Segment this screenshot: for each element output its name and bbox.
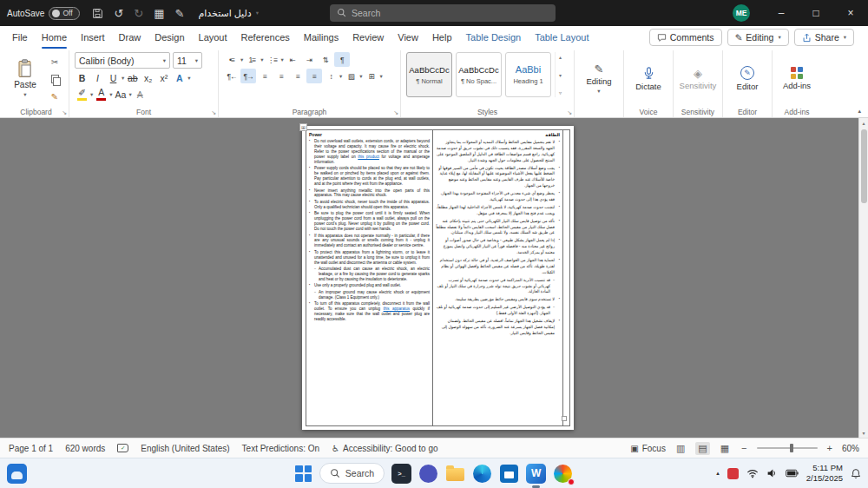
battery-icon[interactable]: [786, 469, 799, 478]
tab-review[interactable]: Review: [345, 26, 391, 49]
text-predictions[interactable]: Text Predictions: On: [242, 444, 319, 453]
styles-more-icon[interactable]: ▿: [559, 89, 562, 96]
editing-button[interactable]: ✎ Editing ▾: [580, 52, 618, 105]
accessibility-status[interactable]: ♿ Accessibility: Good to go: [332, 444, 437, 453]
text-effects-button[interactable]: A: [172, 70, 187, 85]
font-name-combo[interactable]: Calibri (Body) ▾: [75, 52, 170, 69]
autosave-toggle[interactable]: Off: [49, 7, 80, 20]
page-indicator[interactable]: Page 1 of 1: [9, 444, 53, 453]
zoom-slider[interactable]: [757, 447, 818, 449]
minimize-button[interactable]: –: [764, 0, 799, 26]
sensitivity-button[interactable]: ◈ Sensitivity: [679, 52, 717, 105]
document-canvas[interactable]: ⊞ Power Do not overload wall outlets, ex…: [0, 118, 868, 438]
hyperlink[interactable]: this apparatus: [384, 307, 411, 311]
volume-icon[interactable]: [766, 468, 778, 478]
autosave-control[interactable]: AutoSave Off: [7, 7, 80, 20]
align-right-button[interactable]: ≡: [290, 69, 306, 83]
word-count[interactable]: 620 words: [65, 444, 105, 453]
collapse-ribbon-icon[interactable]: ▴: [858, 108, 861, 115]
styles-scrollbar[interactable]: ▴ ▾ ▿: [555, 52, 562, 97]
styles-scroll-down-icon[interactable]: ▾: [559, 72, 562, 78]
pen-quick-icon[interactable]: ✎: [174, 7, 184, 20]
font-size-combo[interactable]: 11 ▾: [173, 52, 202, 69]
table-column-arabic[interactable]: الطاقة لا تقم بتحميل مقابس الحائط وأسلاك…: [433, 130, 563, 425]
table-resize-handle[interactable]: [562, 416, 567, 421]
decrease-indent-button[interactable]: ⇤: [285, 52, 300, 67]
web-layout-button[interactable]: ▦: [718, 442, 732, 455]
scrollbar-thumb[interactable]: [861, 129, 867, 203]
store-icon[interactable]: [499, 464, 519, 484]
subscript-button[interactable]: x₂: [141, 70, 155, 85]
editor-button[interactable]: ✎ Editor: [728, 52, 766, 105]
tab-mailings[interactable]: Mailings: [297, 26, 345, 49]
tab-view[interactable]: View: [391, 26, 425, 49]
widgets-icon[interactable]: [7, 464, 27, 484]
tab-references[interactable]: References: [234, 26, 297, 49]
titlebar-search[interactable]: [330, 4, 556, 22]
tab-insert[interactable]: Insert: [74, 26, 112, 49]
bold-button[interactable]: B: [75, 70, 89, 85]
tab-layout[interactable]: Layout: [192, 26, 234, 49]
editing-mode-button[interactable]: ✎ Editing ▾: [727, 29, 789, 46]
taskbar-search[interactable]: Search: [319, 463, 385, 484]
avatar[interactable]: ME: [733, 4, 750, 22]
focus-mode-button[interactable]: ▣ Focus: [630, 444, 666, 453]
strikethrough-button[interactable]: ab: [125, 70, 140, 85]
wifi-icon[interactable]: [746, 468, 759, 478]
tray-app-icon[interactable]: [727, 468, 739, 479]
bullets-button[interactable]: •≡: [224, 52, 240, 67]
shading-button[interactable]: ▧: [343, 69, 358, 83]
maximize-button[interactable]: □: [799, 0, 833, 26]
tab-home[interactable]: Home: [35, 26, 74, 49]
paste-button[interactable]: Paste ▾: [9, 52, 42, 104]
styles-dialog-launcher[interactable]: ↘: [567, 109, 572, 116]
zoom-out-button[interactable]: −: [740, 443, 748, 453]
read-mode-button[interactable]: ▥: [674, 442, 687, 455]
justify-button[interactable]: ≡: [306, 69, 322, 83]
proofing-status[interactable]: ✓: [117, 444, 128, 452]
show-formatting-marks-button[interactable]: ¶: [334, 52, 350, 67]
addins-button[interactable]: Add-ins: [778, 52, 816, 105]
close-button[interactable]: ×: [833, 0, 868, 26]
style-no-spacing[interactable]: AaBbCcDc ¶ No Spac...: [456, 52, 502, 97]
zoom-level[interactable]: 60%: [842, 444, 859, 453]
edge-icon[interactable]: [472, 464, 492, 484]
teams-icon[interactable]: [418, 464, 438, 484]
hyperlink[interactable]: this product: [358, 155, 379, 159]
styles-scroll-up-icon[interactable]: ▴: [559, 54, 562, 60]
language-indicator[interactable]: English (United States): [141, 444, 229, 453]
save-icon[interactable]: [92, 8, 103, 19]
line-spacing-button[interactable]: ↕: [323, 69, 339, 83]
rtl-direction-button[interactable]: ¶←: [224, 69, 240, 83]
share-button[interactable]: Share ▾: [794, 29, 854, 46]
notification-bell-icon[interactable]: [851, 468, 861, 479]
hidden-icons-chevron[interactable]: ▴: [716, 470, 720, 477]
redo-icon[interactable]: ↻: [134, 7, 143, 20]
print-layout-button[interactable]: ▤: [695, 442, 709, 455]
borders-button[interactable]: ⊞: [364, 69, 379, 83]
sort-button[interactable]: ⇅: [318, 52, 333, 67]
table-move-handle[interactable]: ⊞: [299, 123, 307, 131]
italic-button[interactable]: I: [90, 70, 105, 85]
change-case-button[interactable]: Aa: [114, 87, 128, 102]
cut-button[interactable]: ✂: [46, 55, 63, 69]
align-center-button[interactable]: ≡: [273, 69, 289, 83]
zoom-in-button[interactable]: +: [825, 443, 834, 453]
ltr-direction-button[interactable]: ¶→: [240, 69, 256, 83]
document-table[interactable]: Power Do not overload wall outlets, exte…: [306, 129, 570, 426]
document-page[interactable]: ⊞ Power Do not overload wall outlets, ex…: [302, 126, 574, 430]
align-left-button[interactable]: ≡: [257, 69, 273, 83]
dictate-button[interactable]: Dictate: [629, 52, 667, 105]
start-button[interactable]: [295, 465, 312, 482]
word-taskbar-icon[interactable]: W: [526, 464, 546, 484]
style-heading1[interactable]: AaBbi Heading 1: [505, 52, 551, 97]
copy-button[interactable]: [46, 72, 63, 87]
zoom-slider-thumb[interactable]: [790, 444, 793, 452]
scroll-up-icon[interactable]: ▴: [862, 120, 865, 126]
increase-indent-button[interactable]: ⇥: [301, 52, 317, 67]
paragraph-dialog-launcher[interactable]: ↘: [393, 109, 398, 116]
document-title-control[interactable]: دليل استخدام ▾: [198, 8, 259, 19]
tab-draw[interactable]: Draw: [112, 26, 148, 49]
scroll-down-icon[interactable]: ▾: [862, 430, 865, 436]
underline-button[interactable]: U: [106, 70, 121, 85]
